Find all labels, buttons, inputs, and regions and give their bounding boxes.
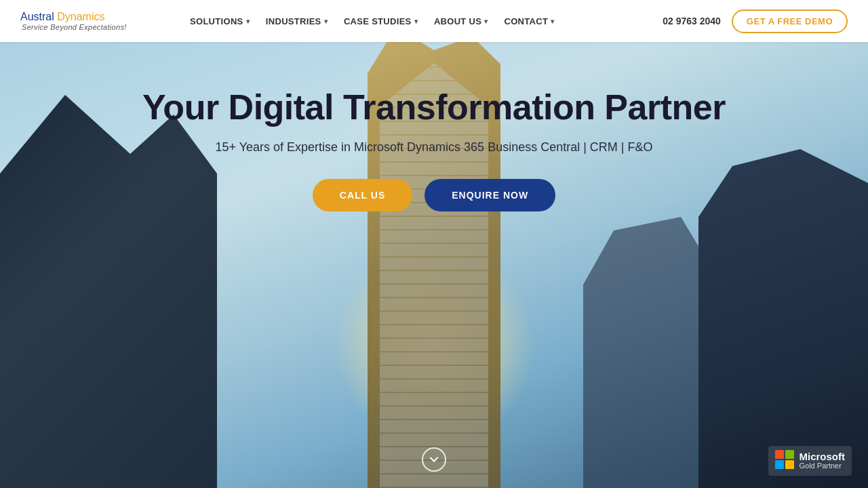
chevron-down-icon <box>429 455 439 464</box>
about-us-chevron-icon: ▾ <box>484 18 488 25</box>
nav-contact[interactable]: CONTACT ▾ <box>498 12 561 30</box>
logo[interactable]: Austral Dynamics Service Beyond Expectat… <box>20 11 156 31</box>
hero-buttons: CALL US ENQUIRE NOW <box>313 179 555 211</box>
nav-case-studies[interactable]: CASE STUDIES ▾ <box>337 12 425 30</box>
building-far-right <box>583 217 705 488</box>
get-free-demo-button[interactable]: GET A FREE DEMO <box>732 9 848 33</box>
call-us-button[interactable]: CALL US <box>313 179 412 211</box>
case-studies-chevron-icon: ▾ <box>414 18 418 25</box>
microsoft-gold-partner-badge: Microsoft Gold Partner <box>768 446 852 476</box>
logo-text: Austral Dynamics <box>20 11 156 23</box>
ms-sublabel: Gold Partner <box>800 462 846 470</box>
logo-tagline: Service Beyond Expectations! <box>22 23 156 31</box>
hero-title: Your Digital Transformation Partner <box>142 88 726 127</box>
solutions-chevron-icon: ▾ <box>246 18 250 25</box>
phone-number[interactable]: 02 9763 2040 <box>663 16 721 26</box>
microsoft-logo <box>775 450 794 469</box>
ms-square-yellow <box>785 460 794 469</box>
contact-chevron-icon: ▾ <box>551 18 554 25</box>
logo-dynamics: Dynamics <box>57 11 104 22</box>
industries-chevron-icon: ▾ <box>324 18 328 25</box>
nav-industries[interactable]: INDUSTRIES ▾ <box>259 12 334 30</box>
nav-about-us[interactable]: ABOUT US ▾ <box>427 12 495 30</box>
enquire-now-button[interactable]: ENQUIRE NOW <box>425 179 555 211</box>
nav-links: SOLUTIONS ▾ INDUSTRIES ▾ CASE STUDIES ▾ … <box>183 12 652 30</box>
ms-label: Microsoft <box>800 451 846 462</box>
ms-square-red <box>775 450 784 459</box>
hero-section: Your Digital Transformation Partner 15+ … <box>0 0 868 488</box>
scroll-down-button[interactable] <box>422 447 446 472</box>
ms-square-green <box>785 450 794 459</box>
hero-content: Your Digital Transformation Partner 15+ … <box>142 88 726 211</box>
navbar: Austral Dynamics Service Beyond Expectat… <box>0 0 868 42</box>
hero-subtitle: 15+ Years of Expertise in Microsoft Dyna… <box>215 140 652 155</box>
nav-solutions[interactable]: SOLUTIONS ▾ <box>183 12 256 30</box>
ms-badge-text: Microsoft Gold Partner <box>800 451 846 470</box>
ms-square-blue <box>775 460 784 469</box>
logo-austral: Austral <box>20 11 54 22</box>
